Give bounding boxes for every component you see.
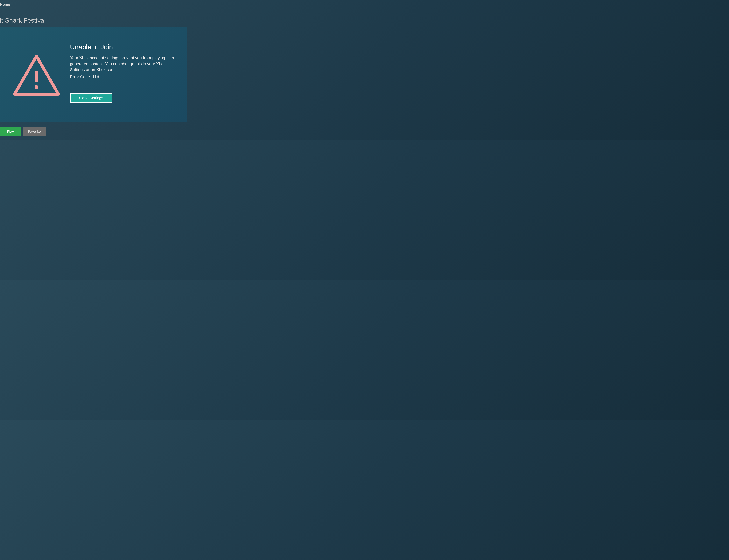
game-title: lt Shark Festival (0, 17, 46, 24)
svg-rect-1 (35, 85, 38, 89)
action-button-container: Go to Settings (70, 93, 175, 103)
go-to-settings-button[interactable]: Go to Settings (70, 93, 112, 103)
top-navigation: Home (0, 2, 10, 7)
play-button[interactable]: Play (0, 127, 21, 136)
error-code: Error Code: 116 (70, 74, 175, 80)
bottom-action-bar: Play Favorite (0, 127, 46, 136)
error-content: Unable to Join Your Xbox account setting… (64, 42, 175, 103)
error-dialog: Unable to Join Your Xbox account setting… (0, 27, 187, 122)
warning-icon-container (9, 47, 64, 103)
error-message: Your Xbox account settings prevent you f… (70, 55, 175, 73)
error-title: Unable to Join (70, 43, 175, 51)
warning-triangle-icon (12, 53, 61, 97)
home-link[interactable]: Home (0, 2, 10, 7)
svg-rect-0 (35, 71, 38, 82)
favorite-button[interactable]: Favorite (23, 127, 46, 136)
